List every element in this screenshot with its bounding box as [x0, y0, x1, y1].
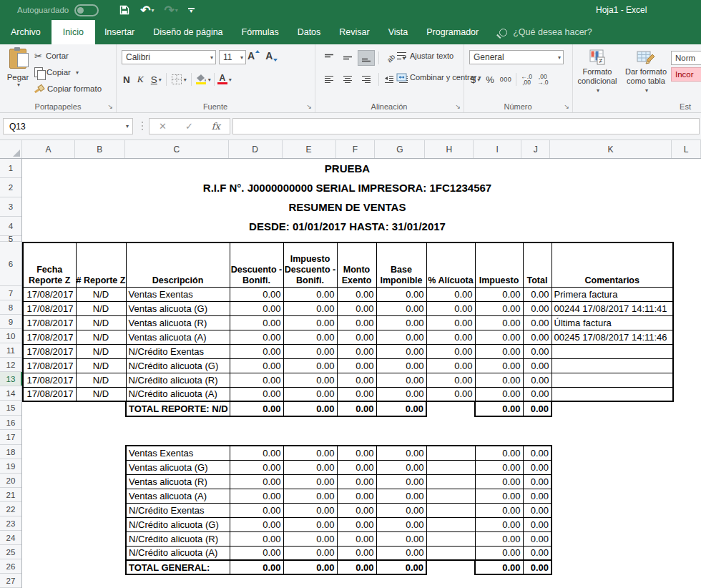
cell[interactable]: 0.00 [283, 560, 337, 574]
cell[interactable]: N/Crédito alicuota (G) [126, 517, 230, 531]
cell[interactable]: 0.00 [376, 301, 426, 315]
row-header-16[interactable]: 16 [0, 416, 21, 430]
font-size-combo[interactable]: 11▾ [219, 50, 246, 64]
cell[interactable]: 17/08/2017 [23, 373, 76, 387]
cell[interactable]: 0.00 [283, 301, 337, 315]
cell[interactable]: 0.00 [475, 446, 523, 460]
column-header-E[interactable]: E [283, 140, 336, 158]
cell[interactable]: 0.00 [283, 344, 337, 358]
table-header-cell[interactable]: Impuesto [475, 242, 523, 287]
cell[interactable]: 0.00 [230, 560, 283, 574]
cell[interactable]: 0.00 [376, 474, 426, 489]
cell[interactable]: 0.00 [337, 301, 376, 315]
name-box-dropdown-icon[interactable]: ▾ [126, 123, 129, 129]
cell-style-normal[interactable]: Norm [671, 51, 701, 65]
cell[interactable]: 0.00 [376, 358, 426, 373]
font-color-button[interactable]: A [217, 74, 227, 84]
cell[interactable]: 0.00 [337, 560, 376, 574]
cell[interactable] [552, 401, 673, 416]
cell[interactable]: 0.00 [376, 503, 426, 517]
cell[interactable]: 0.00 [475, 315, 523, 330]
row-header-19[interactable]: 19 [0, 459, 21, 474]
row-header-3[interactable]: 3 [0, 197, 21, 217]
cell[interactable]: 0.00 [523, 358, 552, 373]
cell[interactable]: 0.00 [337, 531, 376, 546]
cell[interactable]: 0.00 [523, 489, 552, 503]
cell[interactable]: 0.00 [426, 330, 475, 344]
cell[interactable]: Ventas alicuota (R) [126, 315, 230, 330]
cell[interactable]: 0.00 [376, 315, 426, 330]
cell[interactable]: 0.00 [230, 531, 283, 546]
cell[interactable]: 0.00 [230, 373, 283, 387]
row-header-2[interactable]: 2 [0, 178, 21, 197]
cell[interactable] [426, 531, 475, 546]
cell[interactable]: 0.00 [426, 315, 475, 330]
autosave-toggle[interactable] [74, 4, 99, 16]
cell[interactable]: 0.00 [230, 301, 283, 315]
cell[interactable]: 0.00 [523, 401, 552, 416]
row-header-14[interactable]: 14 [0, 386, 21, 401]
cell[interactable]: TOTAL GENERAL: [126, 560, 230, 574]
cell[interactable] [76, 401, 126, 416]
cut-button[interactable]: ✂Cortar [34, 50, 102, 62]
table-header-cell[interactable]: Total [523, 242, 552, 287]
comma-style-button[interactable]: 000 [500, 76, 512, 83]
tab-datos[interactable]: Datos [288, 20, 330, 44]
dialog-launcher-icon[interactable]: ↘ [306, 104, 312, 110]
row-header-5[interactable]: 5 [0, 236, 21, 242]
row-header-26[interactable]: 26 [0, 559, 21, 574]
cell[interactable]: 17/08/2017 [23, 344, 76, 358]
align-top-icon[interactable] [320, 50, 338, 66]
cell[interactable]: Ventas alicuota (A) [126, 330, 230, 344]
cell[interactable]: 0.00 [230, 474, 283, 489]
cell[interactable]: 0.00 [376, 401, 426, 416]
cell[interactable]: TOTAL REPORTE: N/D [126, 401, 230, 416]
cell[interactable] [426, 489, 475, 503]
cell[interactable]: 0.00 [337, 489, 376, 503]
row-header-1[interactable]: 1 [0, 159, 21, 178]
cell[interactable]: 0.00 [337, 358, 376, 373]
row-header-27[interactable]: 27 [0, 574, 21, 588]
cell[interactable]: Última factura [552, 315, 673, 330]
cell[interactable]: 17/08/2017 [23, 315, 76, 330]
decrease-decimal-icon[interactable]: ,00→.0 [537, 74, 549, 85]
cell[interactable]: 17/08/2017 [23, 387, 76, 401]
cell[interactable]: 0.00 [230, 315, 283, 330]
cell[interactable]: 0.00 [283, 474, 337, 489]
row-header-15[interactable]: 15 [0, 401, 21, 416]
merged-title-cell[interactable]: DESDE: 01/01/2017 HASTA: 31/01/2017 [22, 217, 672, 236]
cell[interactable]: N/Crédito alicuota (R) [126, 531, 230, 546]
cell[interactable]: N/Crédito alicuota (A) [126, 546, 230, 560]
decrease-indent-icon[interactable] [383, 72, 396, 87]
column-header-F[interactable]: F [336, 140, 376, 158]
merged-title-cell[interactable]: R.I.F N°. J0000000000 SERIAL IMPRESORA: … [22, 178, 672, 197]
tab-insertar[interactable]: Insertar [95, 20, 144, 44]
sheet-grid[interactable]: PRUEBAR.I.F N°. J0000000000 SERIAL IMPRE… [22, 159, 701, 588]
cell[interactable]: 0.00 [376, 330, 426, 344]
cell[interactable]: 0.00 [376, 344, 426, 358]
redo-icon[interactable]: ↷ [165, 4, 175, 16]
cell[interactable]: 0.00 [475, 301, 523, 315]
cell[interactable] [552, 344, 673, 358]
cell[interactable]: 0.00 [475, 358, 523, 373]
cell[interactable]: 0.00 [475, 531, 523, 546]
cell[interactable]: 0.00 [337, 460, 376, 474]
cell[interactable]: Ventas alicuota (G) [126, 460, 230, 474]
undo-icon[interactable]: ↶ [140, 4, 150, 16]
cell[interactable]: 0.00 [426, 301, 475, 315]
table-header-cell[interactable]: Fecha Reporte Z [23, 242, 76, 287]
cell[interactable]: 0.00 [475, 373, 523, 387]
row-header-4[interactable]: 4 [0, 217, 21, 236]
cancel-icon[interactable]: ✕ [159, 121, 167, 132]
cell[interactable]: 0.00 [230, 489, 283, 503]
cell[interactable]: 0.00 [426, 373, 475, 387]
decrease-font-icon[interactable]: A [265, 50, 278, 62]
cell[interactable]: N/Crédito alicuota (R) [126, 373, 230, 387]
customize-quick-access-icon[interactable]: ▾ [188, 8, 195, 13]
cell[interactable]: N/D [76, 344, 126, 358]
cell[interactable]: 0.00 [523, 446, 552, 460]
row-header-20[interactable]: 20 [0, 474, 21, 488]
cell[interactable]: 0.00 [475, 489, 523, 503]
formula-bar-resize-handle[interactable] [142, 122, 143, 132]
cell[interactable]: 0.00 [283, 373, 337, 387]
